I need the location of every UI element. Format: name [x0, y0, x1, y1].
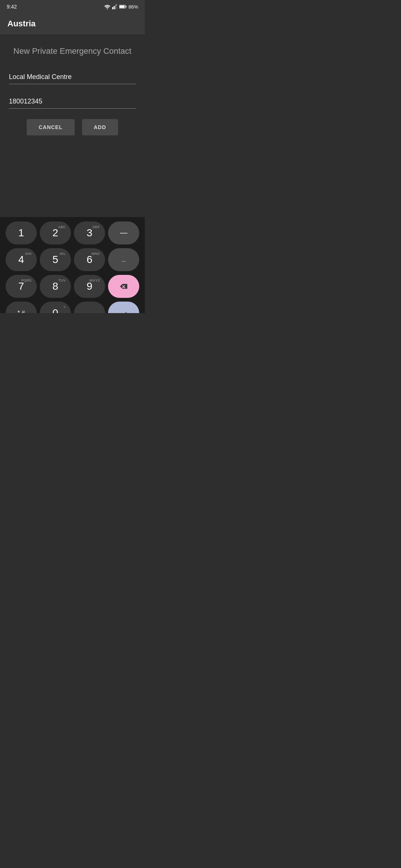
key-backspace[interactable]: [108, 275, 139, 298]
wifi-icon: [104, 4, 110, 9]
keyboard-row-1: 1 2ABC 3DEF —: [3, 221, 142, 244]
key-6[interactable]: 6MNO: [74, 248, 105, 271]
key-0[interactable]: 0+: [40, 302, 71, 313]
dialog-title: New Private Emergency Contact: [9, 46, 136, 57]
phone-field-wrapper: [9, 95, 136, 109]
key-9[interactable]: 9WXYZ: [74, 275, 105, 298]
battery-icon: [119, 4, 127, 9]
add-button[interactable]: ADD: [82, 119, 118, 135]
svg-rect-1: [112, 7, 113, 9]
battery-percent: 86%: [128, 4, 138, 10]
svg-rect-7: [120, 6, 125, 8]
svg-point-0: [107, 8, 108, 9]
keyboard-row-2: 4GHI 5JKL 6MNO ⎵: [3, 248, 142, 271]
page-title: Austria: [7, 19, 36, 29]
key-4[interactable]: 4GHI: [6, 248, 37, 271]
key-1[interactable]: 1: [6, 221, 37, 244]
phone-keyboard: 1 2ABC 3DEF — 4GHI 5JKL 6MNO ⎵ 7PQRS 8TU…: [0, 217, 145, 313]
name-input[interactable]: [9, 70, 136, 84]
dialog-button-row: CANCEL ADD: [9, 119, 136, 135]
app-bar: Austria: [0, 13, 145, 34]
name-field-wrapper: [9, 70, 136, 84]
key-dot[interactable]: .: [74, 302, 105, 313]
key-star-hash[interactable]: * #: [6, 302, 37, 313]
checkmark-icon: [120, 310, 128, 313]
keyboard-row-4: * # 0+ .: [3, 302, 142, 313]
cancel-button[interactable]: CANCEL: [27, 119, 74, 135]
svg-rect-2: [114, 6, 115, 9]
keyboard-row-3: 7PQRS 8TUV 9WXYZ: [3, 275, 142, 298]
status-icons: R 86%: [104, 4, 138, 10]
key-7[interactable]: 7PQRS: [6, 275, 37, 298]
phone-input[interactable]: [9, 95, 136, 109]
key-enter[interactable]: [108, 302, 139, 313]
key-space[interactable]: ⎵: [108, 248, 139, 271]
signal-icon: R: [112, 4, 117, 9]
svg-rect-6: [125, 6, 126, 7]
key-8[interactable]: 8TUV: [40, 275, 71, 298]
status-bar: 9:42 R 86%: [0, 0, 145, 13]
key-dash[interactable]: —: [108, 221, 139, 244]
key-5[interactable]: 5JKL: [40, 248, 71, 271]
content-spacer: [0, 143, 145, 217]
main-content: New Private Emergency Contact CANCEL ADD: [0, 34, 145, 143]
svg-text:R: R: [116, 4, 117, 6]
status-time: 9:42: [7, 4, 17, 10]
key-3[interactable]: 3DEF: [74, 221, 105, 244]
key-2[interactable]: 2ABC: [40, 221, 71, 244]
backspace-icon: [119, 283, 128, 290]
